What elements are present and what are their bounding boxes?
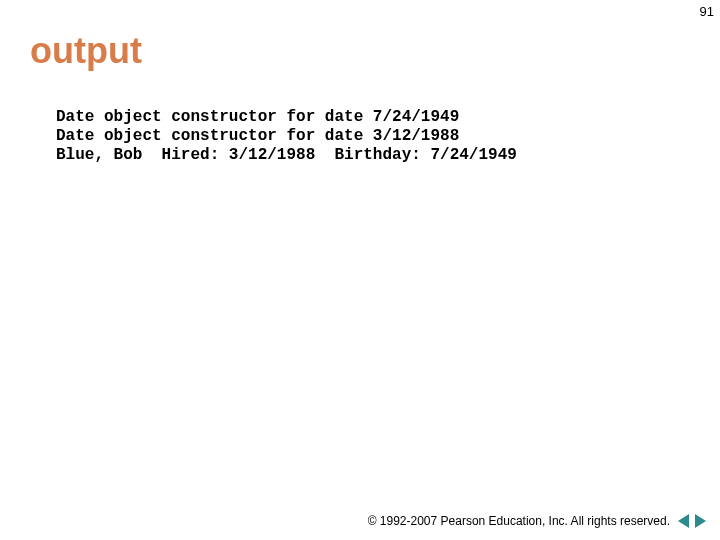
- copyright-text: © 1992-2007 Pearson Education, Inc. All …: [368, 514, 670, 528]
- footer: © 1992-2007 Pearson Education, Inc. All …: [368, 514, 706, 528]
- code-line-3: Blue, Bob Hired: 3/12/1988 Birthday: 7/2…: [56, 146, 517, 164]
- prev-icon[interactable]: [678, 514, 689, 528]
- code-line-2: Date object constructor for date 3/12/19…: [56, 127, 459, 145]
- slide: 91 output Date object constructor for da…: [0, 0, 720, 540]
- slide-title: output: [30, 30, 142, 72]
- output-text: Date object constructor for date 7/24/19…: [56, 108, 517, 165]
- nav-controls: [678, 514, 706, 528]
- page-number: 91: [700, 4, 714, 19]
- code-line-1: Date object constructor for date 7/24/19…: [56, 108, 459, 126]
- next-icon[interactable]: [695, 514, 706, 528]
